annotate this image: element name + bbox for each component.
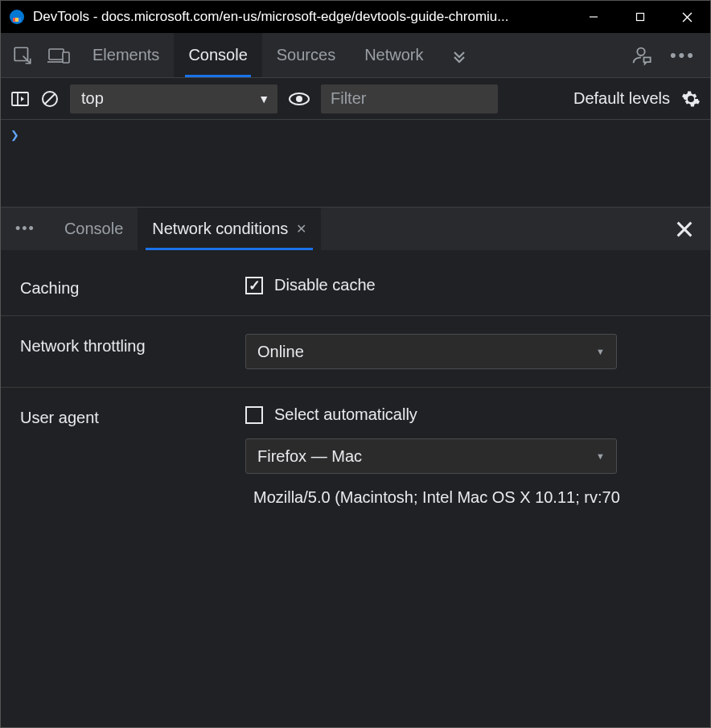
- svg-point-18: [296, 96, 302, 102]
- main-tabstrip: Elements Console Sources Network •••: [1, 33, 710, 78]
- user-agent-value: Firefox — Mac: [257, 447, 362, 466]
- more-menu-icon[interactable]: •••: [670, 45, 696, 66]
- drawer-tabstrip: ••• Console Network conditions ✕: [1, 207, 710, 250]
- drawer-tab-label: Console: [64, 220, 123, 238]
- console-settings-icon[interactable]: [681, 89, 701, 109]
- dropdown-caret-icon: ▼: [596, 451, 605, 461]
- console-filter-input[interactable]: [321, 84, 498, 113]
- tabs-overflow-button[interactable]: [438, 33, 480, 77]
- drawer-tab-label: Network conditions: [152, 220, 288, 238]
- device-toolbar-icon[interactable]: [47, 46, 70, 65]
- tab-network[interactable]: Network: [350, 33, 438, 77]
- execution-context-select[interactable]: top ▼: [70, 84, 277, 113]
- drawer-more-icon[interactable]: •••: [6, 208, 50, 250]
- network-conditions-panel: Caching Disable cache Network throttling…: [1, 250, 710, 524]
- svg-rect-13: [12, 93, 28, 105]
- console-toolbar: top ▼ Default levels: [1, 78, 710, 120]
- throttling-label: Network throttling: [20, 334, 245, 356]
- window-close-button[interactable]: [664, 1, 710, 33]
- window-maximize-button[interactable]: [617, 1, 664, 33]
- console-prompt-icon: ❯: [10, 126, 19, 143]
- drawer-close-button[interactable]: [659, 208, 710, 250]
- window-titlebar: DevTools - docs.microsoft.com/en-us/micr…: [1, 1, 710, 33]
- svg-rect-2: [13, 18, 15, 22]
- svg-rect-9: [49, 49, 64, 60]
- drawer-tab-network-conditions[interactable]: Network conditions ✕: [138, 208, 321, 250]
- devtools-app-icon: [9, 9, 25, 25]
- tab-elements[interactable]: Elements: [78, 33, 174, 77]
- ua-auto-label: Select automatically: [274, 405, 417, 424]
- throttling-select[interactable]: Online ▼: [245, 334, 617, 369]
- window-minimize-button[interactable]: [570, 1, 617, 33]
- dropdown-caret-icon: ▼: [596, 347, 605, 356]
- toggle-sidebar-icon[interactable]: [10, 90, 30, 108]
- caching-label: Caching: [20, 276, 245, 298]
- feedback-icon[interactable]: [630, 44, 652, 67]
- caching-row: Caching Disable cache: [1, 258, 710, 316]
- tab-label: Sources: [277, 46, 335, 64]
- disable-cache-label: Disable cache: [274, 276, 376, 294]
- dropdown-caret-icon: ▼: [258, 93, 269, 105]
- svg-rect-11: [63, 52, 69, 63]
- window-controls: [570, 1, 710, 33]
- svg-line-16: [45, 94, 55, 104]
- throttling-value: Online: [257, 343, 304, 361]
- tab-label: Elements: [92, 46, 159, 64]
- tab-label: Console: [188, 46, 247, 64]
- clear-console-icon[interactable]: [41, 90, 59, 108]
- ua-auto-checkbox[interactable]: [245, 406, 263, 424]
- tab-label: Network: [364, 46, 423, 64]
- context-value: top: [81, 89, 104, 108]
- user-agent-label: User agent: [20, 405, 245, 427]
- tab-sources[interactable]: Sources: [262, 33, 350, 77]
- drawer-tab-console[interactable]: Console: [50, 208, 138, 250]
- tab-console[interactable]: Console: [174, 33, 261, 77]
- svg-rect-3: [18, 18, 21, 22]
- svg-rect-5: [637, 14, 644, 21]
- console-output[interactable]: ❯: [1, 120, 710, 207]
- window-title: DevTools - docs.microsoft.com/en-us/micr…: [33, 9, 570, 25]
- throttling-row: Network throttling Online ▼: [1, 316, 710, 388]
- svg-point-0: [10, 10, 24, 24]
- user-agent-row: User agent Select automatically Firefox …: [1, 388, 710, 524]
- user-agent-select[interactable]: Firefox — Mac ▼: [245, 438, 617, 474]
- live-expression-icon[interactable]: [289, 90, 310, 108]
- svg-point-12: [637, 47, 644, 55]
- log-levels-select[interactable]: Default levels: [573, 89, 670, 108]
- disable-cache-checkbox[interactable]: [245, 277, 263, 294]
- user-agent-string: Mozilla/5.0 (Macintosh; Intel Mac OS X 1…: [245, 488, 691, 507]
- tab-close-icon[interactable]: ✕: [296, 221, 306, 236]
- inspect-element-icon[interactable]: [12, 45, 33, 66]
